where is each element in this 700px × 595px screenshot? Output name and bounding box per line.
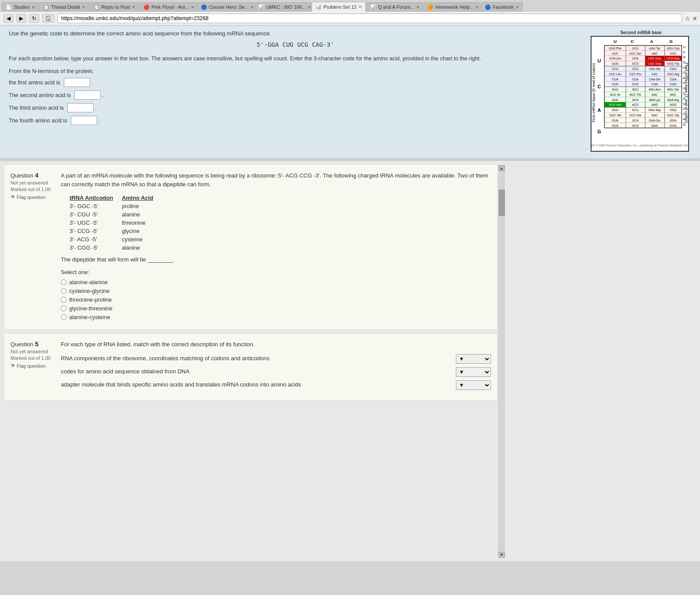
radio-input-3[interactable]: [61, 297, 66, 303]
svg-text:A: A: [683, 76, 686, 80]
q3-fourth-input[interactable]: [71, 116, 97, 125]
home-button[interactable]: 🏠: [42, 14, 55, 23]
tab-problem-set[interactable]: 📊 Problem Set 12 ✕: [312, 2, 366, 12]
table-row: 3'- ACG -5' cysteine: [70, 235, 162, 244]
tab-bar: 📄 Studies ✕ 📋 Thread Detail ✕ 📋 Reply to…: [0, 0, 700, 12]
svg-text:CAA Gln: CAA Gln: [649, 78, 660, 81]
tab-close[interactable]: ✕: [132, 5, 135, 10]
tab-close[interactable]: ✕: [82, 5, 85, 10]
tab-icon: 🔴: [144, 4, 150, 10]
tab-reply-to-post[interactable]: 📋 Reply to Post ✕: [90, 2, 139, 12]
q4-flag-btn[interactable]: ⚑ Flag question: [10, 194, 56, 200]
svg-text:C: C: [683, 71, 686, 75]
anticodon-4: 3'- CCG -5': [70, 227, 122, 235]
scroll-down-btn[interactable]: ▼: [499, 552, 505, 558]
tab-close[interactable]: ✕: [475, 5, 479, 10]
anticodon-5: 3'- ACG -5': [70, 235, 122, 244]
q3-fourth-row: The fourth amino acid is .: [9, 116, 582, 125]
tab-pink-floyd[interactable]: 🔴 Pink Floyd - Ani... ✕: [140, 2, 196, 12]
tab-close[interactable]: ✕: [515, 5, 519, 10]
radio-alanine-alanine[interactable]: alanine-alanine: [61, 279, 491, 285]
tab-close[interactable]: ✕: [191, 5, 194, 10]
tab-icon: 📊: [315, 4, 322, 10]
menu-icon[interactable]: ≡: [693, 15, 696, 22]
back-button[interactable]: ◀: [4, 14, 14, 23]
amino-4: glycine: [122, 227, 162, 235]
svg-text:GAG: GAG: [651, 124, 658, 127]
svg-text:AGU Ser: AGU Ser: [667, 88, 679, 91]
q5-select-1[interactable]: ▼: [456, 354, 491, 364]
tab-q-forum[interactable]: 📊 Q and A Forum... ✕: [366, 2, 423, 12]
tab-umkc-bio[interactable]: 📊 UMKC : BIO 106... ✕: [254, 2, 311, 12]
svg-text:AAU Asn: AAU Asn: [649, 88, 661, 91]
address-bar[interactable]: [57, 14, 682, 23]
tab-label: Pink Floyd - Ani...: [151, 4, 189, 10]
question-5-block: Question 5 Not yet answered Marked out o…: [4, 333, 498, 400]
svg-text:GGG: GGG: [670, 124, 677, 127]
tab-close[interactable]: ✕: [416, 5, 420, 10]
q5-number: Question 5: [10, 340, 56, 348]
svg-text:CCC Pro: CCC Pro: [629, 73, 641, 76]
svg-text:AAC: AAC: [651, 93, 658, 96]
tab-homework-help[interactable]: 🟠 Homework Help... ✕: [424, 2, 480, 12]
tab-label: Facebook: [493, 4, 514, 10]
star-icon[interactable]: ☆: [685, 15, 690, 22]
scroll-thumb[interactable]: [499, 190, 505, 216]
tab-close[interactable]: ✕: [358, 4, 362, 9]
tab-icon: 📄: [6, 4, 12, 10]
tab-close[interactable]: ✕: [308, 5, 311, 10]
svg-text:C: C: [683, 50, 686, 54]
radio-threonine-proline[interactable]: threonine-proline: [61, 296, 491, 303]
question-4-block: Question 4 Not yet answered Marked out o…: [4, 164, 498, 330]
tab-thread-detail[interactable]: 📋 Thread Detail ✕: [39, 2, 89, 12]
radio-input-2[interactable]: [61, 288, 66, 294]
radio-alanine-cysteine[interactable]: alanine-cysteine: [61, 314, 491, 320]
flag-icon: ⚑: [10, 363, 15, 369]
q5-meta: Question 5 Not yet answered Marked out o…: [10, 340, 56, 393]
tab-studies[interactable]: 📄 Studies ✕: [2, 2, 39, 12]
tab-icon: 📊: [258, 4, 264, 10]
radio-input-5[interactable]: [61, 314, 66, 320]
svg-text:A: A: [683, 97, 686, 101]
svg-text:ACG: ACG: [632, 103, 639, 106]
svg-text:U: U: [683, 86, 686, 90]
svg-text:CGA: CGA: [670, 78, 676, 81]
q5-select-3[interactable]: ▼: [456, 380, 491, 390]
svg-text:ACA: ACA: [632, 98, 639, 101]
q4-body: A part of an mRNA molecule with the foll…: [61, 171, 491, 323]
svg-text:UCA: UCA: [632, 57, 639, 60]
tab-course-hero[interactable]: 🔵 Course Hero: Se... ✕: [197, 2, 254, 12]
nav-icons: ☆ ≡: [685, 15, 696, 22]
svg-text:U: U: [683, 66, 686, 70]
reload-button[interactable]: ↻: [29, 14, 39, 23]
radio-glycine-threonine[interactable]: glycine-threonine: [61, 305, 491, 312]
svg-text:G: G: [683, 81, 686, 85]
genetic-code-chart: Second mRNA base U C A G First mRNA base…: [591, 30, 691, 152]
q3-first-input[interactable]: [64, 78, 90, 87]
svg-text:A: A: [650, 39, 653, 44]
q5-label-2: codes for amino acid sequence obtained f…: [61, 368, 449, 376]
radio-cysteine-glycine[interactable]: cysteine-glycine: [61, 288, 491, 294]
svg-text:CAU His: CAU His: [649, 67, 661, 70]
scroll-up-btn[interactable]: ▲: [499, 165, 505, 171]
svg-text:AGC: AGC: [670, 93, 676, 96]
tab-label: Reply to Post: [102, 4, 130, 10]
q3-description: For each question below, type your answe…: [9, 55, 582, 63]
svg-text:CGG: CGG: [670, 83, 677, 86]
tab-close[interactable]: ✕: [32, 5, 35, 10]
radio-input-1[interactable]: [61, 279, 66, 285]
svg-text:C: C: [631, 39, 634, 44]
radio-input-4[interactable]: [61, 306, 66, 311]
svg-text:GGC Gly: GGC Gly: [667, 114, 679, 117]
radio-label-3: threonine-proline: [69, 296, 112, 303]
vertical-scrollbar[interactable]: ▲ ▼: [498, 164, 505, 558]
svg-text:UCG: UCG: [632, 62, 639, 65]
tab-facebook[interactable]: 🔵 Facebook ✕: [481, 2, 523, 12]
q3-second-input[interactable]: [74, 90, 101, 100]
q5-flag-btn[interactable]: ⚑ Flag question: [10, 363, 56, 369]
q3-third-input[interactable]: [67, 103, 94, 112]
q5-select-2[interactable]: ▼: [456, 367, 491, 377]
tab-close[interactable]: ✕: [250, 5, 254, 10]
forward-button[interactable]: ▶: [16, 14, 26, 23]
svg-text:GCA: GCA: [632, 119, 639, 122]
